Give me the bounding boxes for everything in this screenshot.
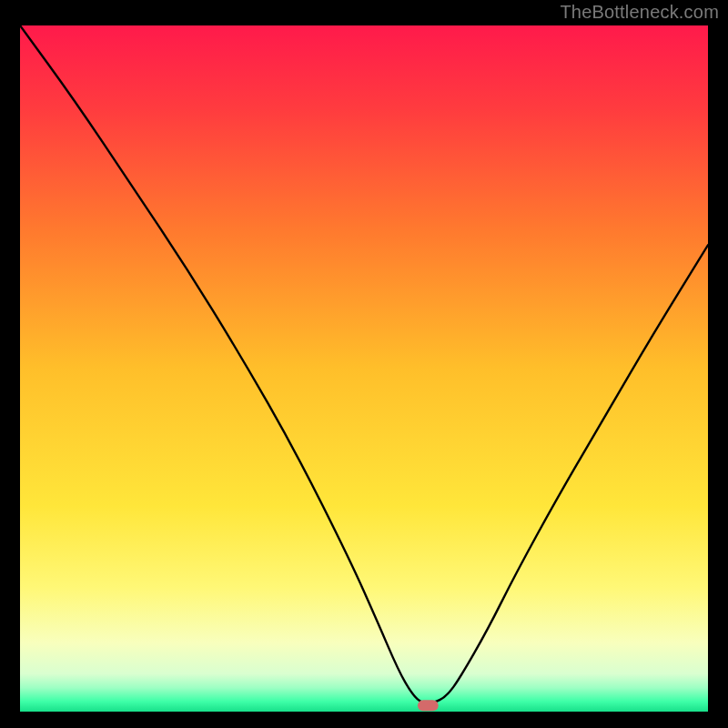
watermark-text: TheBottleneck.com <box>560 2 719 23</box>
optimal-point-marker <box>418 700 439 711</box>
chart-frame: TheBottleneck.com <box>0 0 728 728</box>
chart-background <box>20 25 708 712</box>
chart-svg <box>20 25 708 712</box>
chart-plot-area <box>20 25 708 712</box>
